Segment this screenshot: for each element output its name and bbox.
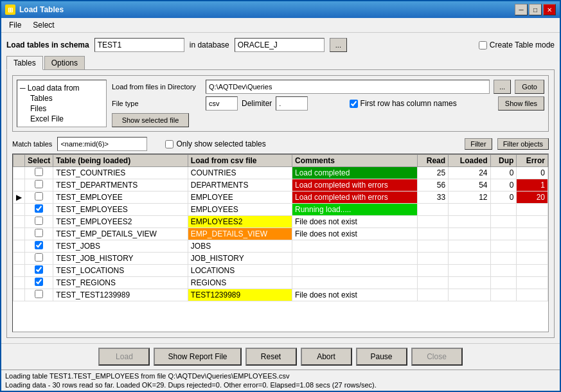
col-csv: Load from csv file — [188, 155, 292, 167]
reset-button[interactable]: Reset — [245, 348, 297, 366]
row-select-cell[interactable] — [25, 204, 53, 216]
create-table-mode-checkbox[interactable] — [479, 41, 487, 49]
menu-file[interactable]: File — [4, 19, 26, 31]
schema-row: Load tables in schema in database ... Cr… — [6, 38, 555, 52]
row-select-cell[interactable] — [25, 265, 53, 277]
row-select-cell[interactable] — [25, 167, 53, 179]
row-error — [517, 253, 548, 265]
row-select-checkbox[interactable] — [35, 204, 43, 213]
row-comment — [292, 253, 418, 265]
main-content: Load tables in schema in database ... Cr… — [1, 33, 560, 343]
dir-browse-button[interactable]: ... — [494, 80, 511, 94]
row-error — [517, 204, 548, 216]
dir-input[interactable] — [206, 80, 490, 94]
row-comment: Running load..... — [292, 204, 418, 216]
first-row-label: First row has column names — [350, 99, 457, 108]
row-error — [517, 228, 548, 240]
row-loaded — [449, 289, 490, 301]
row-select-checkbox[interactable] — [35, 265, 43, 274]
row-select-checkbox[interactable] — [35, 290, 43, 298]
row-select-checkbox[interactable] — [35, 180, 43, 188]
row-csv-file: TEST1239989 — [188, 289, 292, 301]
tab-options[interactable]: Options — [44, 56, 85, 70]
title-bar: ⊞ Load Tables ─ □ ✕ — [1, 1, 560, 18]
row-comment — [292, 265, 418, 277]
goto-button[interactable]: Goto — [515, 80, 544, 94]
show-files-button[interactable]: Show files — [498, 96, 544, 111]
row-table-name: TEST_DEPARTMENTS — [53, 179, 188, 192]
delimiter-input[interactable] — [276, 96, 308, 111]
row-select-checkbox[interactable] — [35, 192, 43, 200]
row-indicator-cell — [13, 167, 25, 179]
load-button[interactable]: Load — [98, 348, 150, 366]
filter-button[interactable]: Filter — [465, 138, 492, 150]
row-select-cell[interactable] — [25, 192, 53, 204]
tab-tables[interactable]: Tables — [6, 56, 43, 70]
row-dup — [490, 253, 517, 265]
show-selected-button[interactable]: Show selected file — [112, 113, 189, 127]
row-table-name: TEST_JOB_HISTORY — [53, 253, 188, 265]
row-csv-file: EMPLOYEE — [188, 192, 292, 204]
row-select-cell[interactable] — [25, 216, 53, 228]
row-indicator-cell — [13, 204, 25, 216]
row-select-cell[interactable] — [25, 240, 53, 253]
row-select-checkbox[interactable] — [35, 229, 43, 237]
main-window: ⊞ Load Tables ─ □ ✕ File Select Load tab… — [0, 0, 561, 392]
row-loaded — [449, 253, 490, 265]
row-select-checkbox[interactable] — [35, 217, 43, 225]
row-csv-file: EMPLOYEES2 — [188, 216, 292, 228]
row-csv-file: EMP_DETAILS_VIEW — [188, 228, 292, 240]
row-dup — [490, 228, 517, 240]
row-dup — [490, 216, 517, 228]
row-select-cell[interactable] — [25, 277, 53, 289]
status-bar: Loading table TEST1.TEST_EMPLOYEES from … — [1, 370, 560, 391]
tab-headers: Tables Options — [6, 56, 555, 70]
table-header-row: Select Table (being loaded) Load from cs… — [13, 155, 548, 167]
row-table-name: TEST_EMPLOYEES — [53, 204, 188, 216]
row-error — [517, 265, 548, 277]
row-select-checkbox[interactable] — [35, 168, 43, 176]
first-row-checkbox[interactable] — [350, 100, 358, 108]
row-csv-file: JOBS — [188, 240, 292, 253]
row-read: 25 — [417, 167, 449, 179]
row-select-cell[interactable] — [25, 228, 53, 240]
row-indicator-cell — [13, 240, 25, 253]
row-read — [417, 216, 449, 228]
row-select-checkbox[interactable] — [35, 253, 43, 262]
schema-input[interactable] — [94, 38, 184, 52]
row-indicator-cell — [13, 228, 25, 240]
row-select-cell[interactable] — [25, 179, 53, 192]
show-report-button[interactable]: Show Report File — [154, 348, 241, 366]
maximize-button[interactable]: □ — [529, 4, 542, 15]
form-panel: Load from files in Directory ... Goto Fi… — [112, 80, 544, 127]
row-select-cell[interactable] — [25, 253, 53, 265]
col-select: Select — [25, 155, 53, 167]
dir-row: Load from files in Directory ... Goto — [112, 80, 544, 94]
close-window-button[interactable]: ✕ — [543, 4, 556, 15]
table-row: TEST_REGIONSREGIONS — [13, 277, 548, 289]
match-input[interactable] — [57, 137, 147, 151]
abort-button[interactable]: Abort — [301, 348, 352, 366]
db-input[interactable] — [235, 38, 325, 52]
show-selected-row: Show selected file — [112, 113, 544, 127]
row-read — [417, 265, 449, 277]
menu-select[interactable]: Select — [28, 19, 59, 31]
row-read — [417, 228, 449, 240]
tree-item-excel[interactable]: Excel File — [30, 114, 103, 124]
tab-content: ─ Load data from Tables Files Excel File… — [6, 69, 555, 338]
row-loaded — [449, 240, 490, 253]
minimize-button[interactable]: ─ — [515, 4, 528, 15]
db-browse-button[interactable]: ... — [330, 38, 347, 52]
row-csv-file: COUNTRIES — [188, 167, 292, 179]
close-button[interactable]: Close — [411, 348, 463, 366]
row-select-checkbox[interactable] — [35, 241, 43, 249]
pause-button[interactable]: Pause — [356, 348, 407, 366]
only-show-checkbox[interactable] — [165, 140, 174, 148]
tree-item-files[interactable]: Files — [30, 103, 103, 114]
row-select-cell[interactable] — [25, 289, 53, 301]
filter-objects-button[interactable]: Filter objects — [497, 138, 549, 150]
filetype-input[interactable] — [206, 96, 238, 111]
row-comment: File does not exist — [292, 228, 418, 240]
row-select-checkbox[interactable] — [35, 278, 43, 286]
tree-item-tables[interactable]: Tables — [30, 93, 103, 103]
